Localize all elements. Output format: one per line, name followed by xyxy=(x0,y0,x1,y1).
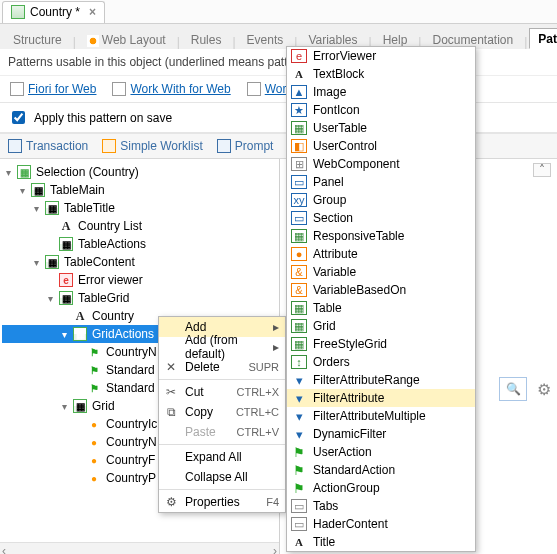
ctx-properties[interactable]: ⚙PropertiesF4 xyxy=(159,492,285,512)
tree-errorviewer[interactable]: Error viewer xyxy=(76,273,145,287)
tabs-icon: ▭ xyxy=(291,499,307,513)
context-menu: Add▸ Add (from default)▸ ✕DeleteSUPR ✂Cu… xyxy=(158,316,286,513)
tbtn-prompt[interactable]: Prompt xyxy=(213,137,278,155)
add-item-filterattribute[interactable]: ▾FilterAttribute xyxy=(287,389,475,407)
expander-icon[interactable]: ▾ xyxy=(30,203,42,214)
add-item-image[interactable]: ▲Image xyxy=(287,83,475,101)
h-scrollbar[interactable]: ‹ › xyxy=(0,542,279,554)
search-button[interactable]: 🔍 xyxy=(499,377,527,401)
add-item-title[interactable]: ATitle xyxy=(287,533,475,551)
tree-countryic[interactable]: CountryIc xyxy=(104,417,159,431)
add-item-label: FilterAttributeMultiple xyxy=(313,409,426,423)
add-item-label: Table xyxy=(313,301,342,315)
add-item-usercontrol[interactable]: ◧UserControl xyxy=(287,137,475,155)
add-item-hadercontent[interactable]: ▭HaderContent xyxy=(287,515,475,533)
expander-icon[interactable]: ▾ xyxy=(16,185,28,196)
link-wwweb[interactable]: Work With for Web xyxy=(108,80,234,98)
ctx-paste: PasteCTRL+V xyxy=(159,422,285,442)
add-item-useraction[interactable]: ⚑UserAction xyxy=(287,443,475,461)
link-fiori[interactable]: Fiori for Web xyxy=(6,80,100,98)
add-item-table[interactable]: ▦Table xyxy=(287,299,475,317)
tree-tableactions[interactable]: TableActions xyxy=(76,237,148,251)
attr-icon: ● xyxy=(87,417,101,431)
image-icon: ▲ xyxy=(291,85,307,99)
tree-root[interactable]: Selection (Country) xyxy=(34,165,141,179)
tree-standard2[interactable]: Standard xyxy=(104,381,157,395)
add-item-label: FilterAttributeRange xyxy=(313,373,420,387)
useraction-icon: ⚑ xyxy=(291,445,307,459)
add-item-errorviewer[interactable]: eErrorViewer xyxy=(287,47,475,65)
tree-tablemain[interactable]: TableMain xyxy=(48,183,107,197)
add-item-filterattributerange[interactable]: ▾FilterAttributeRange xyxy=(287,371,475,389)
tree-tabletitle[interactable]: TableTitle xyxy=(62,201,117,215)
add-item-textblock[interactable]: ATextBlock xyxy=(287,65,475,83)
add-item-tabs[interactable]: ▭Tabs xyxy=(287,497,475,515)
expander-icon[interactable]: ▾ xyxy=(44,293,56,304)
add-item-variablebasedon[interactable]: &VariableBasedOn xyxy=(287,281,475,299)
add-item-panel[interactable]: ▭Panel xyxy=(287,173,475,191)
errorviewer-icon: e xyxy=(291,49,307,63)
ctx-collapse-all[interactable]: Collapse All xyxy=(159,467,285,487)
add-item-label: VariableBasedOn xyxy=(313,283,406,297)
chevron-up-icon[interactable]: ˄ xyxy=(533,163,551,177)
dynamicfilter-icon: ▾ xyxy=(291,427,307,441)
add-item-grid[interactable]: ▦Grid xyxy=(287,317,475,335)
expander-icon[interactable]: ▾ xyxy=(30,257,42,268)
tree-standard1[interactable]: Standard xyxy=(104,363,157,377)
tab-patterns[interactable]: Patterns * xyxy=(529,28,557,49)
scroll-right-icon[interactable]: › xyxy=(273,544,277,555)
add-item-responsivetable[interactable]: ▦ResponsiveTable xyxy=(287,227,475,245)
gear-icon[interactable]: ⚙ xyxy=(537,380,551,399)
expander-icon[interactable]: ▾ xyxy=(58,401,70,412)
add-item-filterattributemultiple[interactable]: ▾FilterAttributeMultiple xyxy=(287,407,475,425)
prompt-icon xyxy=(217,139,231,153)
add-item-fonticon[interactable]: ★FontIcon xyxy=(287,101,475,119)
variablebasedon-icon: & xyxy=(291,283,307,297)
tab-structure[interactable]: Structure xyxy=(4,29,71,49)
tree-grid[interactable]: Grid xyxy=(90,399,117,413)
add-item-webcomponent[interactable]: ⊞WebComponent xyxy=(287,155,475,173)
add-item-dynamicfilter[interactable]: ▾DynamicFilter xyxy=(287,425,475,443)
ctx-copy[interactable]: ⧉CopyCTRL+C xyxy=(159,402,285,422)
tab-events[interactable]: Events xyxy=(238,29,293,49)
table-icon: ▦ xyxy=(59,291,73,305)
expander-icon[interactable]: ▾ xyxy=(2,167,14,178)
add-item-usertable[interactable]: ▦UserTable xyxy=(287,119,475,137)
add-item-freestylegrid[interactable]: ▦FreeStyleGrid xyxy=(287,335,475,353)
tree-tablegrid[interactable]: TableGrid xyxy=(76,291,131,305)
expander-icon[interactable]: ▾ xyxy=(58,329,70,340)
ctx-expand-all[interactable]: Expand All xyxy=(159,447,285,467)
add-item-actiongroup[interactable]: ⚑ActionGroup xyxy=(287,479,475,497)
ctx-add-default[interactable]: Add (from default)▸ xyxy=(159,337,285,357)
attr-icon: ● xyxy=(87,435,101,449)
add-item-group[interactable]: xyGroup xyxy=(287,191,475,209)
file-tab-bar: Country * × xyxy=(0,0,557,24)
attribute-icon: ● xyxy=(291,247,307,261)
tree-countryf[interactable]: CountryF xyxy=(104,453,157,467)
scroll-left-icon[interactable]: ‹ xyxy=(2,544,6,555)
chevron-right-icon: ▸ xyxy=(273,340,279,354)
add-item-attribute[interactable]: ●Attribute xyxy=(287,245,475,263)
tree-countryn2[interactable]: CountryN xyxy=(104,435,159,449)
add-item-variable[interactable]: &Variable xyxy=(287,263,475,281)
tree-countryp[interactable]: CountryP xyxy=(104,471,158,485)
tab-web-layout[interactable]: Web Layout xyxy=(78,29,175,49)
tree-countryn1[interactable]: CountryN xyxy=(104,345,159,359)
tab-rules[interactable]: Rules xyxy=(182,29,231,49)
tbtn-simple-worklist[interactable]: Simple Worklist xyxy=(98,137,206,155)
tree-countrylist[interactable]: Country List xyxy=(76,219,144,233)
file-tab-country[interactable]: Country * × xyxy=(2,1,105,23)
pattern-icon xyxy=(112,82,126,96)
add-item-label: Image xyxy=(313,85,346,99)
attr-icon: ● xyxy=(87,453,101,467)
add-item-section[interactable]: ▭Section xyxy=(287,209,475,227)
close-icon[interactable]: × xyxy=(89,5,96,19)
add-item-standardaction[interactable]: ⚑StandardAction xyxy=(287,461,475,479)
tree-tablecontent[interactable]: TableContent xyxy=(62,255,137,269)
ctx-cut[interactable]: ✂CutCTRL+X xyxy=(159,382,285,402)
tbtn-transaction[interactable]: Transaction xyxy=(4,137,92,155)
tree-country[interactable]: Country xyxy=(90,309,136,323)
apply-checkbox[interactable] xyxy=(12,111,25,124)
tree-gridactions[interactable]: GridActions xyxy=(90,327,156,341)
add-item-orders[interactable]: ↕Orders xyxy=(287,353,475,371)
